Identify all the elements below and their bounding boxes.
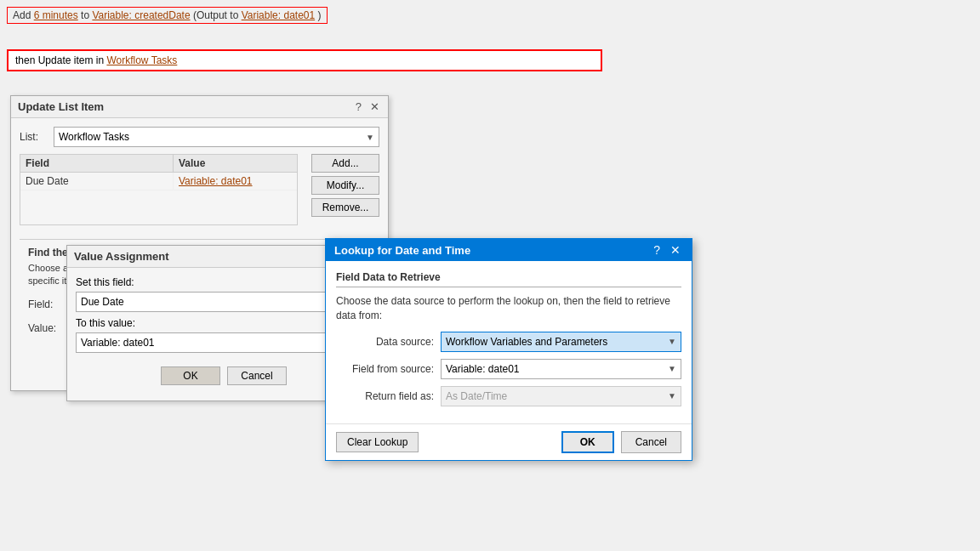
table-action-buttons: Add... Modify... Remove... [311, 154, 379, 232]
data-source-value: Workflow Variables and Parameters [446, 336, 607, 348]
list-row: List: Workflow Tasks ▼ [20, 127, 379, 147]
table-header-row: Field Value [20, 155, 297, 173]
return-field-value: As Date/Time [446, 390, 507, 402]
lookup-title-icons: ? ✕ [651, 243, 683, 257]
update-list-title-icons: ? ✕ [354, 100, 381, 113]
find-value-label: Value: [28, 322, 64, 334]
update-list-title: Update List Item [18, 100, 104, 113]
value-link: Variable: date01 [179, 175, 253, 187]
field-value-table-wrapper: Field Value Due Date Variable: date01 [20, 154, 298, 232]
lookup-ok-cancel: OK Cancel [561, 431, 681, 453]
lookup-close-button[interactable]: ✕ [668, 243, 683, 257]
data-source-select[interactable]: Workflow Variables and Parameters ▼ [441, 332, 681, 352]
return-field-arrow: ▼ [668, 391, 676, 400]
workflow-action-line1: Add 6 minutes to Variable: createdDate (… [7, 7, 328, 24]
lookup-desc: Choose the data source to perform the lo… [336, 294, 681, 323]
workflow-tasks-link[interactable]: Workflow Tasks [106, 54, 177, 66]
lookup-section-title: Field Data to Retrieve [336, 271, 681, 287]
list-select-arrow: ▼ [366, 133, 374, 142]
minutes-link[interactable]: 6 minutes [34, 9, 78, 21]
return-field-row: Return field as: As Date/Time ▼ [336, 386, 681, 406]
return-field-label: Return field as: [336, 390, 434, 402]
field-from-source-value: Variable: date01 [446, 363, 520, 375]
return-field-select: As Date/Time ▼ [441, 386, 681, 406]
update-list-close-button[interactable]: ✕ [368, 100, 381, 113]
then-action-line: then Update item in Workflow Tasks [7, 49, 602, 71]
modify-button[interactable]: Modify... [311, 176, 379, 195]
clear-lookup-button[interactable]: Clear Lookup [336, 432, 419, 452]
value-assignment-ok-button[interactable]: OK [161, 366, 220, 385]
list-label: List: [20, 131, 54, 143]
lookup-title: Lookup for Date and Time [334, 244, 470, 257]
data-source-row: Data source: Workflow Variables and Para… [336, 332, 681, 352]
to-value-input[interactable] [76, 332, 327, 353]
col-value-header: Value [174, 155, 297, 172]
update-list-help-button[interactable]: ? [354, 100, 363, 113]
set-field-value: Due Date [81, 296, 124, 308]
data-source-label: Data source: [336, 336, 434, 348]
find-field-label: Field: [28, 298, 64, 310]
col-field-header: Field [20, 155, 174, 172]
lookup-title-bar: Lookup for Date and Time ? ✕ [326, 239, 692, 261]
field-value-table: Field Value Due Date Variable: date01 [20, 154, 298, 225]
lookup-dialog: Lookup for Date and Time ? ✕ Field Data … [325, 238, 692, 461]
field-value-table-section: Field Value Due Date Variable: date01 Ad… [20, 154, 379, 232]
value-cell: Variable: date01 [174, 173, 297, 190]
value-assignment-cancel-button[interactable]: Cancel [227, 366, 287, 385]
field-from-source-label: Field from source: [336, 363, 434, 375]
lookup-footer: Clear Lookup OK Cancel [326, 423, 692, 460]
remove-button[interactable]: Remove... [311, 198, 379, 217]
lookup-help-button[interactable]: ? [651, 243, 663, 257]
lookup-body: Field Data to Retrieve Choose the data s… [326, 261, 692, 423]
lookup-ok-button[interactable]: OK [561, 431, 614, 453]
var-date01-link[interactable]: Variable: date01 [242, 9, 316, 21]
data-source-arrow: ▼ [668, 337, 676, 346]
field-from-source-row: Field from source: Variable: date01 ▼ [336, 359, 681, 379]
field-from-source-arrow: ▼ [668, 364, 676, 373]
add-button[interactable]: Add... [311, 154, 379, 173]
table-row[interactable]: Due Date Variable: date01 [20, 173, 297, 190]
table-empty-space [20, 190, 297, 224]
list-select[interactable]: Workflow Tasks ▼ [54, 127, 379, 147]
update-list-title-bar: Update List Item ? ✕ [11, 96, 388, 118]
then-action-text: then Update item in [15, 54, 104, 66]
var-created-date-link[interactable]: Variable: createdDate [92, 9, 190, 21]
field-from-source-select[interactable]: Variable: date01 ▼ [441, 359, 681, 379]
value-assignment-title: Value Assignment [74, 250, 169, 263]
lookup-cancel-button[interactable]: Cancel [621, 431, 681, 453]
field-cell: Due Date [20, 173, 174, 190]
list-value: Workflow Tasks [59, 131, 129, 143]
